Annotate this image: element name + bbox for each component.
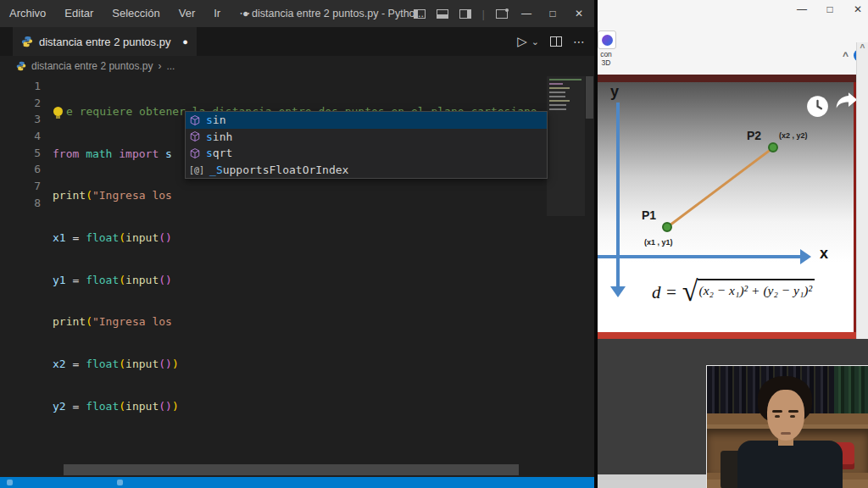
line-number: 5 — [0, 145, 41, 162]
python-icon — [21, 36, 33, 47]
split-editor-icon[interactable] — [550, 36, 562, 47]
operator: = — [72, 400, 86, 413]
minimap-line — [549, 87, 570, 89]
line-number: 7 — [0, 178, 41, 195]
minimap[interactable] — [547, 76, 585, 216]
paren: ( — [159, 400, 165, 413]
formula-expression: (x₂ − x₁)² + (y₂ − y₁)² — [698, 279, 815, 298]
breadcrumb-chevron-icon: › — [158, 60, 161, 72]
line-number-gutter: 1 2 3 4 5 6 7 8 — [0, 78, 41, 212]
window-title: ● distancia entre 2 puntos.py - Pytho... — [242, 0, 424, 27]
person-mouth — [781, 432, 791, 435]
person-eyebrow — [772, 410, 782, 413]
paren: ( — [159, 358, 165, 370]
suggestion-sqrt[interactable]: sqrt — [186, 145, 547, 162]
p1-coordinates: (x1 , y1) — [644, 238, 673, 247]
paren: ) — [172, 400, 179, 413]
module-name: math — [86, 147, 119, 160]
person-shirt — [737, 441, 843, 488]
code-line-5[interactable]: y1 = float(input() — [53, 272, 537, 289]
minimize-button[interactable]: — — [519, 8, 534, 19]
paren: ( — [119, 400, 125, 413]
code-line-7[interactable]: x2 = float(input()) — [53, 356, 537, 373]
paren: ) — [165, 274, 172, 286]
line-number: 3 — [0, 111, 41, 128]
variable: x2 — [53, 358, 72, 370]
code-line-4[interactable]: x1 = float(input() — [53, 230, 537, 247]
close-button[interactable]: ✕ — [851, 3, 865, 15]
maximize-button[interactable]: □ — [545, 8, 560, 19]
minimize-button[interactable]: — — [795, 3, 809, 15]
toggle-secondary-sidebar-icon[interactable] — [459, 9, 471, 19]
vertical-scrollbar-thumb[interactable] — [586, 76, 593, 119]
function-name: input — [125, 400, 159, 413]
distance-formula: d = √ (x₂ − x₁)² + (y₂ − y₁)² — [623, 275, 843, 306]
tab-file[interactable]: distancia entre 2 puntos.py ● — [13, 27, 197, 56]
run-dropdown-icon[interactable]: ⌄ — [531, 36, 539, 47]
suggestion-label: in — [213, 114, 226, 126]
variable: x1 — [53, 231, 72, 244]
p2-coordinates: (x2 , y2) — [779, 131, 808, 140]
menu-archivo[interactable]: Archivo — [0, 0, 55, 27]
titlebar-icons: | — □ ✕ — [414, 0, 594, 27]
run-button[interactable]: ▷ — [517, 34, 527, 49]
breadcrumb[interactable]: distancia entre 2 puntos.py › ... — [0, 56, 594, 76]
minimap-line — [549, 92, 565, 93]
menu-seleccion[interactable]: Selección — [103, 0, 169, 27]
paren: ( — [119, 274, 125, 286]
titlebar-separator: | — [482, 8, 485, 20]
point-p2 — [768, 142, 778, 152]
keyword: from — [53, 147, 86, 160]
close-button[interactable]: ✕ — [571, 8, 587, 19]
lightbulb-icon[interactable] — [53, 107, 63, 116]
tab-bar: distancia entre 2 puntos.py ● ▷ ⌄ ⋯ — [0, 27, 594, 56]
horizontal-scrollbar-thumb[interactable] — [64, 464, 519, 475]
code-line-6[interactable]: print("Ingresa los — [53, 313, 537, 330]
builtin-type: float — [86, 231, 119, 244]
toggle-panel-icon[interactable] — [437, 9, 448, 19]
minimap-line — [549, 108, 566, 110]
chevron-up-icon[interactable]: ^ — [843, 50, 849, 62]
menu-editar[interactable]: Editar — [55, 0, 103, 27]
segment-p1-p2 — [667, 147, 775, 228]
code-line-8[interactable]: y2 = float(input()) — [53, 398, 537, 415]
operator: = — [72, 231, 86, 244]
menu-ir[interactable]: Ir — [204, 0, 230, 27]
desktop-icon-3d[interactable]: con 3D — [598, 30, 619, 68]
paren: ) — [165, 231, 172, 244]
status-indicator[interactable] — [7, 480, 13, 485]
customize-layout-icon[interactable] — [496, 9, 508, 19]
scroll-up-arrow-icon[interactable]: ^ — [857, 42, 868, 54]
title-bar: Archivo Editar Selección Ver Ir ⋯ ● dist… — [0, 0, 594, 27]
paren: ( — [119, 358, 125, 370]
variable: y1 — [53, 274, 72, 286]
function-name: input — [125, 358, 159, 370]
suggestion-sinh[interactable]: sinh — [186, 129, 547, 146]
code-editor[interactable]: 1 2 3 4 5 6 7 8 e requiere obtener la di… — [0, 76, 594, 477]
y-axis — [616, 103, 620, 287]
scrollbar[interactable]: ^ — [856, 42, 868, 339]
status-bar[interactable] — [0, 477, 594, 488]
suggestion-label: upportsFloatOrIndex — [223, 164, 349, 176]
line-number: 6 — [0, 161, 41, 178]
status-indicator[interactable] — [117, 480, 123, 485]
p1-label: P1 — [642, 208, 656, 222]
code-line-3[interactable]: print("Ingresa los — [53, 187, 537, 204]
suggestion-sin[interactable]: sin — [186, 112, 547, 129]
breadcrumb-file[interactable]: distancia entre 2 puntos.py — [31, 60, 153, 72]
function-name: input — [125, 231, 159, 244]
minimap-line — [549, 104, 566, 106]
breadcrumb-more[interactable]: ... — [166, 60, 175, 72]
y-axis-label: y — [610, 83, 619, 101]
match-text: s — [206, 114, 213, 126]
builtin-type: float — [86, 274, 119, 286]
3d-app-icon — [598, 30, 616, 49]
operator: = — [72, 274, 86, 286]
toggle-sidebar-icon[interactable] — [414, 9, 426, 19]
more-actions-icon[interactable]: ⋯ — [573, 35, 586, 48]
maximize-button[interactable]: □ — [823, 3, 837, 15]
suggestion-supportsfloatorindex[interactable]: [@] _SupportsFloatOrIndex — [186, 162, 547, 179]
unsaved-dot-icon[interactable]: ● — [182, 36, 188, 47]
line-number: 8 — [0, 195, 41, 212]
menu-ver[interactable]: Ver — [170, 0, 205, 27]
